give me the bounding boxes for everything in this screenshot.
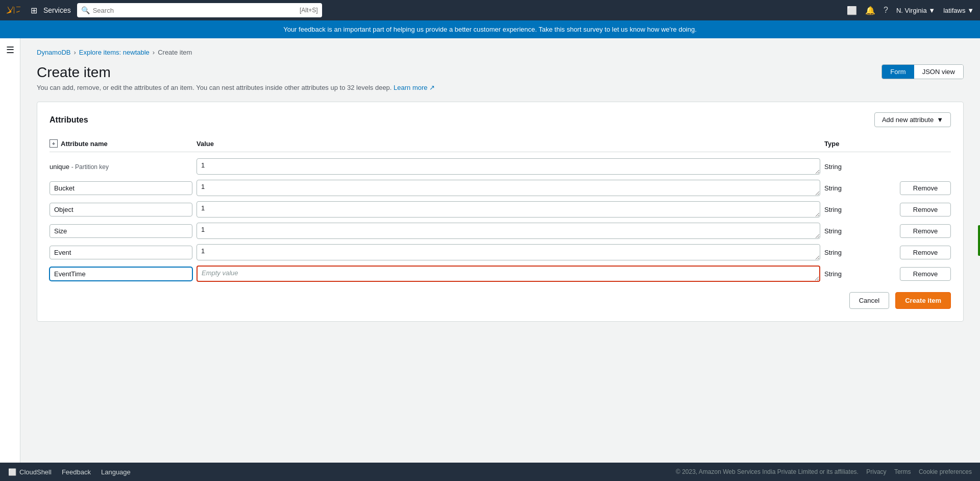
- search-icon: 🔍: [81, 6, 90, 14]
- table-header: + Attribute name Value Type: [50, 135, 951, 152]
- table-row: 1 String Remove: [50, 201, 951, 218]
- scroll-indicator: [978, 225, 980, 256]
- user-menu[interactable]: latifaws ▼: [943, 7, 974, 14]
- learn-more-link[interactable]: Learn more ↗: [394, 84, 435, 91]
- attr-type-object: String: [824, 206, 896, 213]
- cloudshell-icon: ⬜: [8, 468, 16, 476]
- cloudshell-item[interactable]: ⬜ CloudShell: [8, 468, 52, 476]
- table-row: unique - Partition key 1 String: [50, 158, 951, 175]
- bottom-bar: ⬜ CloudShell Feedback Language © 2023, A…: [0, 463, 980, 481]
- attr-name-event[interactable]: [50, 246, 192, 259]
- cancel-button[interactable]: Cancel: [849, 292, 889, 309]
- remove-event-button[interactable]: Remove: [900, 246, 951, 259]
- chevron-down-icon: ▼: [937, 116, 943, 124]
- aws-logo[interactable]: [6, 5, 24, 15]
- terms-link[interactable]: Terms: [894, 468, 911, 475]
- attr-name-unique: unique - Partition key: [50, 161, 192, 173]
- json-view-btn[interactable]: JSON view: [914, 65, 963, 79]
- breadcrumb-sep-2: ›: [153, 49, 155, 56]
- table-row: 1 String Remove: [50, 180, 951, 196]
- panel-footer: Cancel Create item: [50, 292, 951, 309]
- attr-value-unique[interactable]: 1: [197, 158, 820, 175]
- attr-type-unique: String: [824, 163, 896, 171]
- remove-object-button[interactable]: Remove: [900, 203, 951, 217]
- cookie-link[interactable]: Cookie preferences: [919, 468, 972, 475]
- nav-right: ⬜ 🔔 ? N. Virginia ▼ latifaws ▼: [847, 6, 974, 15]
- attr-type-size: String: [824, 227, 896, 235]
- col-header-name: + Attribute name: [50, 139, 192, 148]
- page-title-area: Create item You can add, remove, or edit…: [37, 64, 964, 91]
- col-header-type: Type: [824, 139, 896, 148]
- attributes-panel: Attributes Add new attribute ▼ + Attribu…: [37, 102, 964, 322]
- attr-value-event[interactable]: 1: [197, 244, 820, 260]
- page-description: You can add, remove, or edit the attribu…: [37, 84, 435, 91]
- table-row: 1 String Remove: [50, 223, 951, 239]
- attr-name-bucket[interactable]: [50, 181, 192, 195]
- terminal-icon[interactable]: ⬜: [847, 6, 857, 15]
- attr-type-eventtime: String: [824, 270, 896, 278]
- language-item[interactable]: Language: [101, 468, 131, 476]
- feedback-item[interactable]: Feedback: [62, 468, 91, 476]
- search-input[interactable]: [93, 7, 297, 14]
- copyright: © 2023, Amazon Web Services India Privat…: [676, 468, 972, 475]
- breadcrumb: DynamoDB › Explore items: newtable › Cre…: [37, 49, 964, 56]
- table-row: String Remove: [50, 266, 951, 282]
- top-navigation: ⊞ Services 🔍 [Alt+S] ⬜ 🔔 ? N. Virginia ▼…: [0, 0, 980, 20]
- main-content: DynamoDB › Explore items: newtable › Cre…: [20, 38, 980, 481]
- attr-type-bucket: String: [824, 184, 896, 192]
- cloudshell-label: CloudShell: [19, 468, 52, 476]
- page-title: Create item: [37, 64, 435, 81]
- expand-icon[interactable]: +: [50, 139, 58, 148]
- create-item-button[interactable]: Create item: [895, 292, 951, 309]
- bell-icon[interactable]: 🔔: [865, 6, 875, 15]
- attr-type-event: String: [824, 249, 896, 256]
- attr-value-eventtime[interactable]: [197, 266, 820, 282]
- breadcrumb-dynamodb[interactable]: DynamoDB: [37, 49, 70, 56]
- remove-bucket-button[interactable]: Remove: [900, 181, 951, 195]
- attr-name-size[interactable]: [50, 224, 192, 238]
- add-attr-label: Add new attribute: [882, 116, 934, 124]
- table-row: 1 String Remove: [50, 244, 951, 260]
- breadcrumb-explore[interactable]: Explore items: newtable: [79, 49, 150, 56]
- feedback-banner: Your feedback is an important part of he…: [0, 20, 980, 38]
- panel-title: Attributes: [50, 115, 88, 125]
- attr-value-bucket[interactable]: 1: [197, 180, 820, 196]
- services-label: Services: [43, 6, 71, 14]
- view-toggle: Form JSON view: [881, 64, 964, 79]
- remove-size-button[interactable]: Remove: [900, 224, 951, 238]
- services-nav[interactable]: Services: [43, 6, 71, 14]
- search-bar[interactable]: 🔍 [Alt+S]: [77, 3, 322, 17]
- title-section: Create item You can add, remove, or edit…: [37, 64, 435, 91]
- feedback-label: Feedback: [62, 468, 91, 476]
- attr-value-object[interactable]: 1: [197, 201, 820, 218]
- attr-value-size[interactable]: 1: [197, 223, 820, 239]
- help-icon[interactable]: ?: [884, 6, 888, 15]
- remove-eventtime-button[interactable]: Remove: [900, 267, 951, 281]
- region-selector[interactable]: N. Virginia ▼: [896, 7, 935, 14]
- sidebar-toggle[interactable]: ☰: [0, 38, 20, 481]
- col-header-value: Value: [197, 139, 820, 148]
- grid-icon: ⊞: [31, 6, 37, 15]
- language-label: Language: [101, 468, 131, 476]
- add-attribute-button[interactable]: Add new attribute ▼: [874, 112, 951, 127]
- breadcrumb-current: Create item: [158, 49, 192, 56]
- privacy-link[interactable]: Privacy: [866, 468, 886, 475]
- form-view-btn[interactable]: Form: [882, 65, 914, 79]
- search-hint: [Alt+S]: [300, 7, 318, 14]
- breadcrumb-sep-1: ›: [74, 49, 76, 56]
- attr-name-eventtime[interactable]: [50, 267, 192, 281]
- attr-name-object[interactable]: [50, 203, 192, 217]
- panel-header: Attributes Add new attribute ▼: [50, 112, 951, 127]
